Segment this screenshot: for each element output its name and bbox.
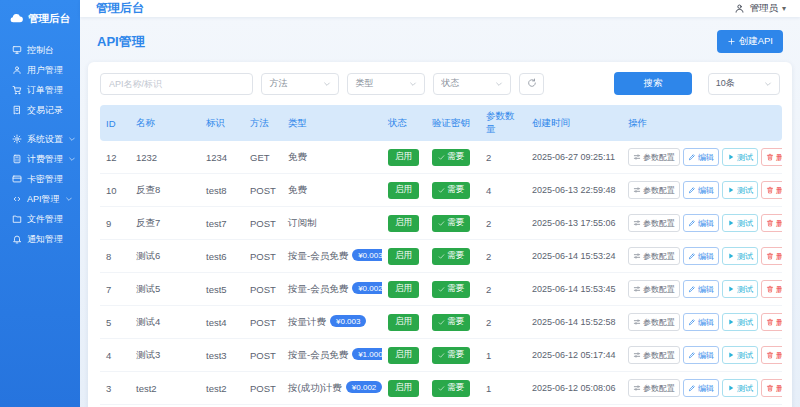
sidebar-item[interactable]: 通知管理 [0, 229, 80, 249]
edit-button[interactable]: 编辑 [683, 214, 719, 232]
edit-button[interactable]: 编辑 [683, 346, 719, 364]
create-api-button[interactable]: 创建API [717, 30, 783, 53]
cell-method: POST [244, 306, 282, 339]
edit-button[interactable]: 编辑 [683, 313, 719, 331]
price-badge: ¥0.003 [352, 249, 382, 261]
delete-button[interactable]: 删除 [761, 181, 782, 199]
trash-icon [766, 153, 774, 161]
folder-icon [12, 214, 22, 224]
edit-button[interactable]: 编辑 [683, 181, 719, 199]
sidebar-item[interactable]: 系统设置 [0, 129, 80, 149]
cell-id: 3 [100, 372, 130, 405]
delete-button[interactable]: 删除 [761, 280, 782, 298]
sidebar-item[interactable]: 用户管理 [0, 60, 80, 80]
price-badge: ¥0.002 [346, 381, 382, 393]
params-config-button[interactable]: 参数配置 [628, 181, 680, 199]
test-button[interactable]: 测试 [722, 379, 758, 397]
sidebar: 管理后台 控制台 用户管理 订单管理 [0, 0, 80, 407]
cell-id: 4 [100, 339, 130, 372]
cell-type: 按量-会员免费¥0.003 [282, 240, 382, 273]
cell-operations: 参数配置 编辑 测试 [622, 372, 782, 405]
test-button[interactable]: 测试 [722, 148, 758, 166]
check-icon [438, 319, 445, 326]
sidebar-item[interactable]: 控制台 [0, 40, 80, 60]
trash-icon [766, 252, 774, 260]
cell-name: 反查8 [130, 174, 200, 207]
main-area: 管理后台 管理员 ▾ API管理 创建API 方法 [80, 0, 800, 407]
delete-button[interactable]: 删除 [761, 247, 782, 265]
cell-created: 2025-06-14 15:52:58 [526, 306, 622, 339]
cell-slug: 1234 [200, 141, 244, 174]
cell-status: 启用 [382, 339, 426, 372]
sidebar-item[interactable]: API管理 [0, 189, 80, 209]
cell-id: 7 [100, 273, 130, 306]
delete-button[interactable]: 删除 [761, 313, 782, 331]
params-config-button[interactable]: 参数配置 [628, 313, 680, 331]
cell-created: 2025-06-13 17:55:06 [526, 207, 622, 240]
params-config-button[interactable]: 参数配置 [628, 247, 680, 265]
chevron-down-icon [68, 135, 76, 143]
pencil-icon [688, 252, 696, 260]
sidebar-item[interactable]: 文件管理 [0, 209, 80, 229]
cell-verify: 需要 [426, 273, 480, 306]
params-config-button[interactable]: 参数配置 [628, 280, 680, 298]
sidebar-item-label: 控制台 [27, 44, 54, 57]
test-button[interactable]: 测试 [722, 280, 758, 298]
row-actions: 参数配置 编辑 测试 [628, 247, 776, 265]
sidebar-item[interactable]: 订单管理 [0, 80, 80, 100]
sidebar-item-label: 用户管理 [27, 64, 63, 77]
sidebar-item[interactable]: 计费管理 [0, 149, 80, 169]
test-button[interactable]: 测试 [722, 313, 758, 331]
trash-icon [766, 285, 774, 293]
pencil-icon [688, 219, 696, 227]
cell-verify: 需要 [426, 339, 480, 372]
sidebar-item-label: 系统设置 [27, 133, 63, 146]
play-icon [727, 285, 735, 293]
status-badge: 启用 [388, 347, 419, 364]
search-button[interactable]: 搜索 [614, 72, 691, 95]
delete-button[interactable]: 删除 [761, 346, 782, 364]
params-config-button[interactable]: 参数配置 [628, 148, 680, 166]
edit-button[interactable]: 编辑 [683, 148, 719, 166]
cell-created: 2025-06-14 15:53:45 [526, 273, 622, 306]
test-button[interactable]: 测试 [722, 214, 758, 232]
params-config-button[interactable]: 参数配置 [628, 346, 680, 364]
user-menu[interactable]: 管理员 ▾ [734, 2, 786, 15]
type-select[interactable]: 类型 [347, 73, 425, 95]
cell-method: POST [244, 207, 282, 240]
check-icon [438, 253, 445, 260]
col-type: 类型 [282, 105, 382, 141]
sidebar-item[interactable]: 卡密管理 [0, 169, 80, 189]
sliders-icon [633, 252, 641, 260]
col-ops: 操作 [622, 105, 782, 141]
page-title: API管理 [97, 33, 145, 51]
delete-button[interactable]: 删除 [761, 148, 782, 166]
price-badge: ¥0.003 [330, 315, 366, 327]
row-actions: 参数配置 编辑 测试 [628, 148, 776, 166]
status-select[interactable]: 状态 [433, 73, 511, 95]
edit-button[interactable]: 编辑 [683, 247, 719, 265]
search-input[interactable] [100, 73, 253, 95]
delete-button[interactable]: 删除 [761, 379, 782, 397]
delete-button[interactable]: 删除 [761, 214, 782, 232]
play-icon [727, 153, 735, 161]
params-config-button[interactable]: 参数配置 [628, 379, 680, 397]
edit-button[interactable]: 编辑 [683, 280, 719, 298]
method-select[interactable]: 方法 [261, 73, 339, 95]
params-config-button[interactable]: 参数配置 [628, 214, 680, 232]
api-table: ID 名称 标识 方法 类型 状态 验证密钥 参数数量 创建时间 操作 [100, 105, 782, 407]
col-created: 创建时间 [526, 105, 622, 141]
row-actions: 参数配置 编辑 测试 [628, 346, 776, 364]
sidebar-item[interactable]: 交易记录 [0, 100, 80, 120]
page-header: API管理 创建API [88, 27, 792, 62]
price-badge: ¥0.002 [352, 282, 382, 294]
test-button[interactable]: 测试 [722, 247, 758, 265]
refresh-button[interactable] [519, 73, 544, 95]
page-size-select[interactable]: 10条 [708, 73, 780, 95]
cell-name: 测试5 [130, 273, 200, 306]
topbar-title: 管理后台 [96, 0, 144, 17]
test-button[interactable]: 测试 [722, 181, 758, 199]
edit-button[interactable]: 编辑 [683, 379, 719, 397]
cell-method: POST [244, 240, 282, 273]
test-button[interactable]: 测试 [722, 346, 758, 364]
